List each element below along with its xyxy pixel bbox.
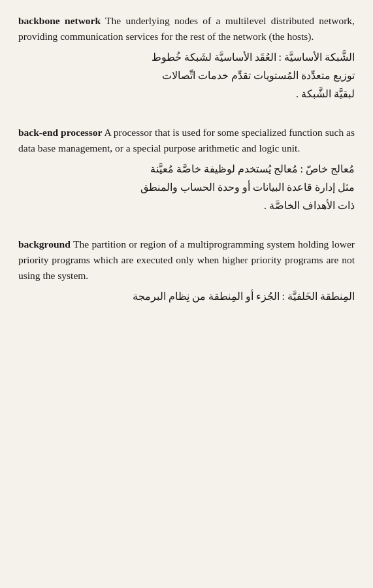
entry-background: background The partition or region of a … [18,237,355,306]
divider-2 [18,231,355,231]
entry-backbone-arabic: الشَّبكة الأساسيَّة : العُقَد الأساسيَّة… [18,48,355,103]
entry-background-term: background [18,238,71,250]
entry-backend-processor-english: back-end processor A processor that is u… [18,125,355,156]
arabic-line: مثل إدارة قاعدة البيانات أو وحدة الحساب … [18,178,355,197]
entry-backend-processor-arabic: مُعالج خاصّ : مُعالج يُستخدم لوظيفة خاصَ… [18,160,355,215]
entry-backend-processor: back-end processor A processor that is u… [18,125,355,215]
entry-backbone-english: backbone network The underlying nodes of… [18,13,355,44]
arabic-line: لبقيَّة الشَّبكة . [18,85,355,103]
entry-backbone-term: backbone network [18,15,101,26]
arabic-line: الشَّبكة الأساسيَّة : العُقَد الأساسيَّة… [18,48,355,67]
arabic-line: مُعالج خاصّ : مُعالج يُستخدم لوظيفة خاصَ… [18,160,355,178]
entry-background-arabic: المِنطقة الخَلفيَّة : الجُزء أو المِنطقة… [18,287,355,306]
entry-backend-processor-term: back-end processor [18,127,103,138]
entry-background-english: background The partition or region of a … [18,237,355,284]
divider-1 [18,119,355,120]
arabic-line: المِنطقة الخَلفيَّة : الجُزء أو المِنطقة… [18,287,355,306]
dictionary-page: backbone network The underlying nodes of… [18,13,355,306]
arabic-line: توزيع متعدِّدة المُستويات تقدِّم خدمات ا… [18,67,355,85]
entry-backbone: backbone network The underlying nodes of… [18,13,355,103]
arabic-line: ذات الأهداف الخاصَّة . [18,197,355,215]
